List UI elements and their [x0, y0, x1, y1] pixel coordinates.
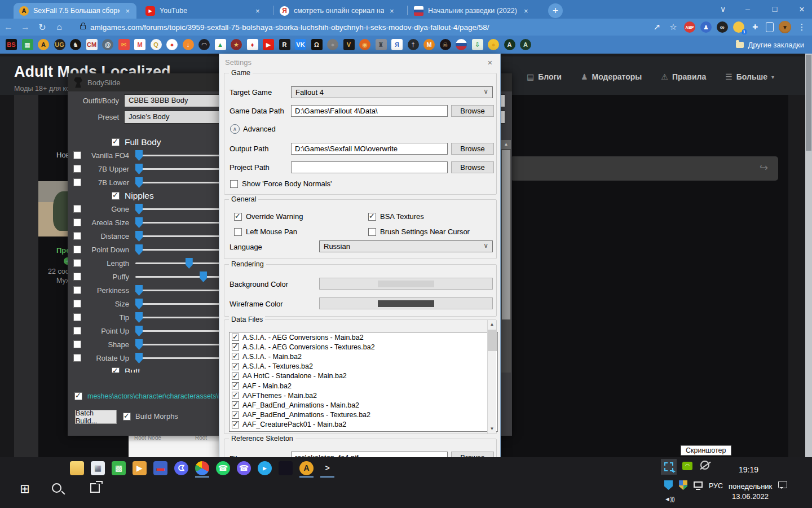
data-file-checkbox[interactable]: [232, 392, 239, 399]
section-checkbox[interactable]: [73, 178, 81, 186]
slider-thumb[interactable]: [135, 244, 143, 255]
slider-thumb[interactable]: [135, 353, 143, 364]
data-file-checkbox[interactable]: [232, 373, 239, 380]
output-path-input[interactable]: D:\Games\Sexfall MO\overwrite: [291, 143, 448, 155]
taskbar-app-icon[interactable]: ▩: [108, 458, 129, 478]
taskbar-app-icon[interactable]: ▸: [254, 458, 275, 478]
data-file-checkbox[interactable]: [232, 334, 239, 341]
nav-item[interactable]: ▤ Блоги ▾: [527, 72, 562, 81]
page-scrollbar[interactable]: [805, 54, 812, 508]
menu-dots-icon[interactable]: ⋮: [796, 22, 807, 32]
window-menu-icon[interactable]: ∨: [715, 5, 731, 14]
slider-thumb[interactable]: [135, 164, 143, 174]
window-close-icon[interactable]: ×: [794, 5, 810, 15]
section-checkbox[interactable]: [73, 218, 81, 226]
game-data-path-input[interactable]: D:\Games\Fallout 4\Data\: [291, 105, 448, 117]
bookmark-icon[interactable]: VK: [295, 39, 306, 50]
share-arrow-icon[interactable]: ↪: [760, 161, 768, 174]
build-morphs-checkbox[interactable]: [123, 413, 131, 421]
slider-thumb[interactable]: [135, 150, 143, 161]
taskbar-app-icon[interactable]: [192, 458, 213, 478]
data-file-checkbox[interactable]: [232, 421, 239, 428]
section-checkbox[interactable]: [73, 327, 81, 335]
data-file-item[interactable]: AAFThemes - Main.ba2: [230, 391, 497, 400]
satellite-icon[interactable]: [700, 461, 709, 470]
bookmark-icon[interactable]: UG: [54, 39, 65, 50]
section-checkbox[interactable]: [112, 138, 120, 146]
slider-thumb[interactable]: [135, 339, 143, 350]
data-file-item[interactable]: AAF_BadEnd_Animations - Textures.ba2: [230, 410, 497, 420]
slider-thumb[interactable]: [135, 312, 143, 323]
data-file-item[interactable]: A.S.I.A. - AEG Conversions - Textures.ba…: [230, 342, 497, 352]
slider-thumb[interactable]: [135, 204, 143, 214]
project-browse-button[interactable]: Browse: [451, 161, 494, 173]
slider-thumb[interactable]: [135, 217, 143, 228]
bookmark-star-icon[interactable]: ☆: [668, 22, 679, 32]
nav-item[interactable]: ⚠ Правила ▾: [661, 72, 706, 81]
background-color-button[interactable]: [319, 278, 493, 290]
bookmark-icon[interactable]: ◉: [359, 39, 370, 50]
section-checkbox[interactable]: [112, 367, 120, 373]
advanced-toggle[interactable]: ∧ Advanced: [230, 124, 276, 134]
bookmark-icon[interactable]: ✉: [118, 39, 130, 50]
tab-sexfall[interactable]: A SexFall 7.5 Большая сборка луч ×: [14, 3, 136, 19]
taskbar-app-icon[interactable]: ▬: [150, 458, 171, 478]
game-data-browse-button[interactable]: Browse: [451, 105, 494, 117]
scrollbar-thumb[interactable]: [806, 55, 811, 151]
url-text[interactable]: amlgames.com/forums/topic/3959-sexfall-7…: [90, 23, 489, 32]
screenshot-tool-icon[interactable]: [661, 459, 677, 475]
section-checkbox[interactable]: [73, 246, 81, 253]
scroll-down-icon[interactable]: ▼: [488, 424, 496, 433]
bookmark-icon[interactable]: V: [343, 39, 355, 50]
bookmark-icon[interactable]: ♜: [376, 39, 387, 50]
section-checkbox[interactable]: [73, 165, 81, 173]
general-checkbox[interactable]: [234, 228, 242, 236]
window-maximize-icon[interactable]: □: [767, 5, 783, 14]
nav-item[interactable]: ☰ Больше ▾: [725, 72, 774, 81]
general-checkbox[interactable]: [368, 228, 376, 236]
bookmark-icon[interactable]: ♦: [247, 39, 258, 50]
output-mesh-path-link[interactable]: meshes\actors\character\characterassets\…: [87, 392, 227, 400]
bookmark-icon[interactable]: M: [134, 39, 145, 50]
slider-thumb[interactable]: [135, 299, 143, 309]
scroll-up-icon[interactable]: ▲: [501, 140, 511, 149]
infinity-extension-icon[interactable]: ∞: [717, 21, 728, 33]
data-file-checkbox[interactable]: [232, 343, 239, 351]
target-game-select[interactable]: Fallout 4 ∨: [291, 86, 493, 98]
lock-icon[interactable]: [80, 25, 86, 29]
speaker-icon[interactable]: ◄))): [664, 496, 674, 502]
window-minimize-icon[interactable]: –: [740, 5, 756, 14]
section-checkbox[interactable]: [73, 273, 81, 281]
nav-item[interactable]: ♟ Модераторы ▾: [581, 72, 642, 81]
bookmark-icon[interactable]: M: [423, 39, 435, 50]
home-icon[interactable]: ⌂: [51, 22, 68, 32]
section-checkbox[interactable]: [73, 313, 81, 321]
bookmark-icon[interactable]: ◠: [198, 39, 210, 50]
force-body-normals-checkbox[interactable]: [230, 180, 238, 188]
taskbar-app-icon[interactable]: ▦: [87, 458, 108, 478]
section-checkbox[interactable]: [112, 192, 120, 200]
output-browse-button[interactable]: Browse: [451, 143, 494, 155]
shield-icon[interactable]: [664, 480, 673, 490]
tab-close-icon[interactable]: ×: [124, 7, 131, 15]
taskbar-app-icon[interactable]: [67, 458, 87, 478]
bookmark-icon[interactable]: ⇩: [472, 39, 483, 50]
bookmark-icon[interactable]: Q: [151, 39, 162, 50]
slider-thumb[interactable]: [186, 258, 193, 269]
bookmark-icon[interactable]: ★: [231, 39, 242, 50]
scrollbar-thumb[interactable]: [502, 150, 510, 319]
bookmark-icon[interactable]: ↓: [183, 39, 194, 50]
bookmark-icon[interactable]: R: [279, 39, 290, 50]
data-files-scrollbar[interactable]: ▲ ▼: [487, 320, 496, 433]
slider-thumb[interactable]: [200, 271, 207, 282]
taskbar-search-icon[interactable]: [52, 483, 61, 493]
batch-build-button[interactable]: Batch Build...: [75, 410, 117, 424]
tab-close-icon[interactable]: ×: [254, 7, 261, 15]
start-button[interactable]: ⊞: [14, 480, 36, 498]
nvidia-icon[interactable]: ◠: [682, 462, 692, 470]
language-indicator[interactable]: РУС: [709, 482, 723, 490]
section-checkbox[interactable]: [73, 286, 81, 294]
data-file-item[interactable]: A.S.I.A. - Main.ba2: [230, 352, 497, 361]
data-file-item[interactable]: AAF_CreaturePack01 - Main.ba2: [230, 420, 497, 430]
profile-avatar[interactable]: ▼: [779, 21, 791, 33]
